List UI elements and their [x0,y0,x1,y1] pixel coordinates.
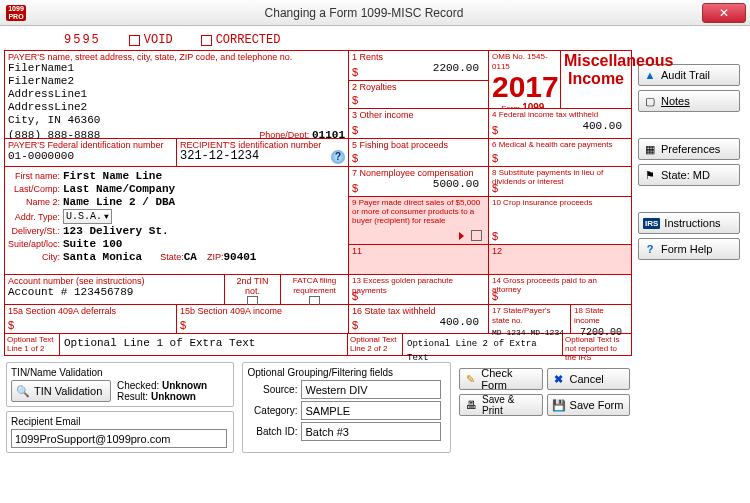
preferences-button[interactable]: ▦Preferences [638,138,740,160]
tin-result: Unknown [151,391,196,402]
help-icon[interactable]: ? [331,150,345,164]
payer-name1: FilerName1 [8,62,345,75]
box-7[interactable]: 5000.00 [352,178,485,191]
save-print-button[interactable]: 🖶Save & Print [459,394,542,416]
grid-icon: ▦ [643,142,657,156]
question-icon: ? [643,242,657,256]
corrected-checkbox[interactable]: CORRECTED [201,33,281,47]
optional-line-1[interactable]: Optional Line 1 of Extra Text [64,337,255,349]
state-button[interactable]: ⚑State: MD [638,164,740,186]
close-button[interactable]: ✕ [702,3,746,23]
rcpt-id[interactable]: 321-12-1234 [180,150,345,163]
printer-icon: 🖶 [464,398,478,412]
category-input[interactable] [301,401,441,420]
box-18[interactable]: 7200.00 [574,326,628,339]
pencil-icon: ✎ [464,372,477,386]
state[interactable]: CA [184,251,197,263]
payer-header: PAYER'S name, street address, city, stat… [8,52,345,62]
delivery-st[interactable]: 123 Delivery St. [63,225,169,237]
tin-checked: Unknown [162,380,207,391]
box-4[interactable]: 400.00 [492,120,628,133]
grp-panel-title: Optional Grouping/Filtering fields [247,367,446,378]
tin-validation-button[interactable]: 🔍TIN Validation [11,380,111,402]
check-form-button[interactable]: ✎Check Form [459,368,542,390]
box-17[interactable]: MD 1234-MD-1234 [492,326,567,339]
recipient-email[interactable] [11,429,227,448]
box-16[interactable]: 400.00 [352,316,485,329]
top-row: 9595 VOID CORRECTED [4,30,632,50]
cancel-button[interactable]: ✖Cancel [547,368,630,390]
notes-button[interactable]: ▢Notes [638,90,740,112]
x-icon: ✖ [552,372,566,386]
form-code: 9595 [64,33,101,47]
window-title: Changing a Form 1099-MISC Record [26,6,702,20]
note-icon: ▢ [643,94,657,108]
batch-input[interactable] [301,422,441,441]
form-help-button[interactable]: ?Form Help [638,238,740,260]
instructions-button[interactable]: IRSInstructions [638,212,740,234]
irs-icon: IRS [643,218,660,229]
arrow-icon [459,232,464,240]
search-icon: 🔍 [16,384,30,398]
last-name[interactable]: Last Name/Company [63,183,175,195]
tin-panel-title: TIN/Name Validation [11,367,229,378]
payer-addr2: AddressLine2 [8,101,345,114]
payer-name2: FilerName2 [8,75,345,88]
form-grid: PAYER'S name, street address, city, stat… [4,50,632,334]
account-number[interactable]: Account # 123456789 [8,286,221,299]
name-2[interactable]: Name Line 2 / DBA [63,196,175,208]
payer-fin[interactable]: 01-0000000 [8,150,173,163]
form-year: 2017 [492,72,557,102]
payer-fin-lbl: PAYER'S Federal identification number [8,140,173,150]
flag-icon: ⚑ [643,168,657,182]
triangle-icon: ▲ [643,68,657,82]
email-panel-title: Recipient Email [11,416,229,427]
zip[interactable]: 90401 [223,251,256,263]
city[interactable]: Santa Monica [63,251,142,263]
disk-icon: 💾 [552,398,566,412]
box-1[interactable]: 2200.00 [352,62,485,75]
void-checkbox[interactable]: VOID [129,33,173,47]
suite[interactable]: Suite 100 [63,238,122,250]
first-name[interactable]: First Name Line [63,170,162,182]
payer-citystate: City, IN 46360 [8,114,345,127]
addr-type-select[interactable]: U.S.A.▼ [63,209,112,224]
source-input[interactable] [301,380,441,399]
payer-addr1: AddressLine1 [8,88,345,101]
save-form-button[interactable]: 💾Save Form [547,394,630,416]
titlebar: 1099PRO Changing a Form 1099-MISC Record… [0,0,750,26]
app-icon: 1099PRO [6,5,26,21]
box-9-checkbox[interactable] [471,230,482,241]
